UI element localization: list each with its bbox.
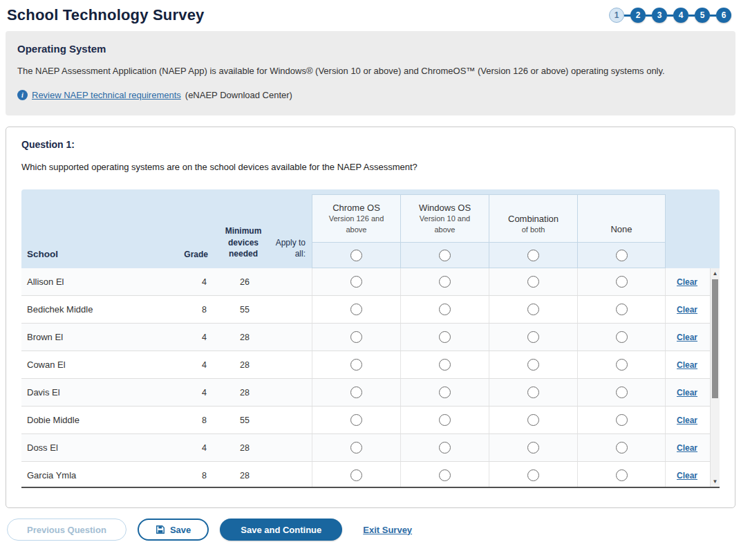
clear-row-link[interactable]: Clear (677, 471, 697, 480)
scroll-up-arrow-icon[interactable]: ▲ (711, 268, 720, 279)
clear-row-link[interactable]: Clear (677, 277, 697, 287)
radio-cell[interactable] (489, 268, 577, 295)
radio-button[interactable] (350, 331, 362, 343)
radio-cell[interactable] (489, 407, 577, 433)
radio-button[interactable] (439, 250, 451, 261)
clear-row-link[interactable]: Clear (677, 443, 697, 453)
radio-cell[interactable] (312, 351, 400, 378)
radio-button[interactable] (439, 442, 451, 454)
table-row: Bedichek Middle855Clear (21, 296, 720, 324)
radio-button[interactable] (527, 386, 539, 398)
step-3[interactable]: 3 (652, 8, 667, 23)
save-and-continue-button[interactable]: Save and Continue (220, 519, 342, 541)
radio-button[interactable] (616, 304, 628, 315)
step-4[interactable]: 4 (673, 8, 688, 23)
radio-cell[interactable] (400, 268, 489, 295)
radio-button[interactable] (350, 442, 362, 454)
radio-cell[interactable] (312, 268, 400, 295)
radio-cell[interactable] (312, 379, 400, 406)
step-1[interactable]: 1 (609, 8, 624, 23)
radio-button[interactable] (616, 359, 628, 371)
radio-button[interactable] (616, 442, 628, 454)
radio-button[interactable] (527, 414, 539, 426)
table-scrollbar[interactable]: ▲ ▼ (710, 268, 720, 487)
radio-button[interactable] (527, 276, 539, 288)
scrollbar-thumb[interactable] (712, 279, 718, 398)
radio-cell[interactable] (577, 462, 666, 488)
option-title: Windows OS (419, 202, 471, 214)
apply-to-all-radio-cell[interactable] (578, 242, 665, 268)
clear-row-link[interactable]: Clear (677, 388, 697, 398)
radio-button[interactable] (439, 304, 451, 315)
radio-button[interactable] (616, 386, 628, 398)
tech-requirements-link[interactable]: Review NAEP technical requirements (32, 90, 181, 100)
radio-button[interactable] (350, 359, 362, 371)
previous-question-button[interactable]: Previous Question (7, 519, 126, 541)
radio-cell[interactable] (312, 462, 400, 488)
radio-button[interactable] (616, 469, 628, 481)
radio-button[interactable] (350, 386, 362, 398)
radio-cell[interactable] (400, 296, 489, 323)
radio-cell[interactable] (400, 434, 489, 461)
radio-cell[interactable] (577, 296, 666, 323)
radio-cell[interactable] (312, 407, 400, 433)
exit-survey-link[interactable]: Exit Survey (363, 525, 412, 535)
radio-button[interactable] (439, 276, 451, 288)
radio-cell[interactable] (489, 462, 577, 488)
radio-button[interactable] (350, 250, 362, 261)
radio-cell[interactable] (400, 407, 489, 433)
radio-button[interactable] (350, 414, 362, 426)
radio-button[interactable] (527, 359, 539, 371)
step-2[interactable]: 2 (630, 8, 646, 23)
radio-button[interactable] (527, 250, 539, 261)
scrollbar-track[interactable] (711, 279, 720, 476)
radio-cell[interactable] (400, 351, 489, 378)
clear-row-link[interactable]: Clear (677, 333, 697, 342)
clear-row-link[interactable]: Clear (677, 360, 697, 370)
radio-button[interactable] (527, 469, 539, 481)
radio-button[interactable] (350, 276, 362, 288)
radio-cell[interactable] (312, 324, 400, 351)
radio-cell[interactable] (489, 434, 577, 461)
radio-button[interactable] (350, 304, 362, 315)
radio-button[interactable] (439, 359, 451, 371)
radio-cell[interactable] (489, 324, 577, 351)
radio-button[interactable] (439, 331, 451, 343)
apply-to-all-radio-cell[interactable] (401, 242, 489, 268)
radio-button[interactable] (527, 331, 539, 343)
radio-button[interactable] (350, 469, 362, 481)
clear-row-link[interactable]: Clear (677, 305, 697, 315)
step-5[interactable]: 5 (695, 8, 710, 23)
radio-cell[interactable] (577, 407, 666, 433)
min-devices-value: 28 (212, 462, 272, 488)
question-label: Question 1: (21, 139, 720, 150)
radio-cell[interactable] (400, 462, 489, 488)
radio-cell[interactable] (577, 379, 666, 406)
radio-button[interactable] (616, 250, 628, 261)
radio-button[interactable] (527, 304, 539, 315)
radio-cell[interactable] (489, 379, 577, 406)
radio-button[interactable] (439, 386, 451, 398)
radio-cell[interactable] (489, 351, 577, 378)
radio-cell[interactable] (312, 296, 400, 323)
radio-button[interactable] (527, 442, 539, 454)
apply-to-all-radio-cell[interactable] (489, 242, 577, 268)
radio-button[interactable] (616, 276, 628, 288)
clear-row-link[interactable]: Clear (677, 416, 697, 425)
radio-cell[interactable] (400, 379, 489, 406)
radio-cell[interactable] (489, 296, 577, 323)
radio-cell[interactable] (312, 434, 400, 461)
radio-cell[interactable] (577, 434, 666, 461)
step-6[interactable]: 6 (716, 8, 731, 23)
radio-cell[interactable] (577, 324, 666, 351)
save-button[interactable]: Save (138, 519, 209, 541)
radio-cell[interactable] (400, 324, 489, 351)
radio-button[interactable] (439, 414, 451, 426)
apply-to-all-radio-cell[interactable] (312, 242, 400, 268)
radio-button[interactable] (616, 331, 628, 343)
radio-cell[interactable] (577, 351, 666, 378)
scroll-down-arrow-icon[interactable]: ▼ (711, 476, 720, 487)
radio-cell[interactable] (577, 268, 666, 295)
radio-button[interactable] (616, 414, 628, 426)
radio-button[interactable] (439, 469, 451, 481)
